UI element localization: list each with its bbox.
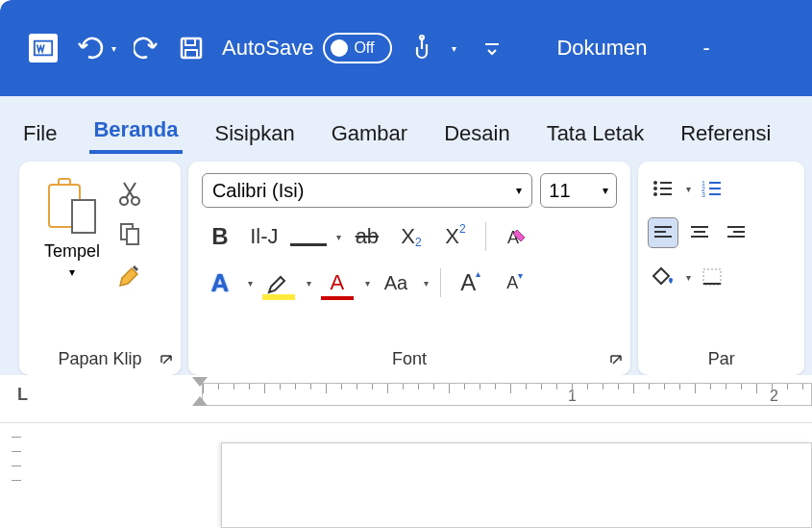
svg-rect-29 (733, 231, 745, 233)
titlebar: ▾ AutoSave Off ▾ Dokumen - (0, 0, 812, 96)
font-launcher[interactable] (609, 354, 623, 367)
change-case-button[interactable]: Aa (378, 265, 414, 300)
svg-rect-28 (727, 226, 745, 228)
align-left-button[interactable] (648, 217, 678, 248)
font-group: Calibri (Isi) ▾ 11 ▾ B Il-J ▾ ab X2 X2 A (188, 162, 630, 375)
divider (440, 268, 441, 297)
ruler-area: L 1 2 (0, 375, 812, 423)
clipboard-group-label: Papan Klip (19, 343, 181, 375)
svg-rect-13 (660, 188, 672, 189)
svg-rect-21 (709, 193, 721, 195)
touch-dropdown[interactable]: ▾ (452, 43, 456, 54)
clipboard-icon (48, 176, 96, 234)
font-size-value: 11 (549, 180, 570, 202)
svg-rect-23 (654, 231, 666, 233)
clipboard-group: Tempel ▾ Papan Klip (19, 162, 181, 375)
bold-button[interactable]: B (202, 219, 238, 254)
document-canvas[interactable] (221, 442, 812, 528)
svg-rect-17 (709, 182, 721, 184)
paragraph-group-label: Par (638, 343, 804, 375)
cut-button[interactable] (115, 179, 144, 208)
chevron-down-icon[interactable]: ▾ (365, 278, 370, 289)
qat-customize-button[interactable] (483, 39, 501, 57)
text-effects-button[interactable]: A (202, 265, 238, 300)
tab-tataletak[interactable]: Tata Letak (543, 113, 649, 154)
highlight-button[interactable] (260, 265, 297, 300)
font-color-button[interactable]: A (319, 265, 356, 300)
undo-button[interactable]: ▾ (75, 36, 116, 61)
font-group-label: Font (188, 343, 630, 375)
chevron-down-icon[interactable]: ▾ (686, 272, 691, 283)
title-dash: - (703, 36, 710, 61)
svg-rect-30 (727, 236, 745, 238)
chevron-down-icon[interactable]: ▾ (336, 232, 341, 242)
divider (485, 222, 486, 251)
svg-rect-22 (654, 226, 672, 228)
redo-button[interactable] (134, 36, 160, 61)
ribbon: Tempel ▾ Papan Klip (0, 154, 812, 375)
autosave-label: AutoSave (222, 36, 313, 61)
numbering-button[interactable]: 123 (697, 173, 727, 204)
font-name-select[interactable]: Calibri (Isi) ▾ (202, 173, 532, 208)
tab-referensi[interactable]: Referensi (677, 113, 775, 154)
clipboard-launcher[interactable] (160, 354, 173, 367)
svg-rect-26 (694, 231, 705, 233)
chevron-down-icon: ▾ (111, 43, 116, 54)
grow-font-button[interactable]: A▴ (453, 265, 489, 300)
save-button[interactable] (178, 35, 205, 62)
subscript-button[interactable]: X2 (393, 219, 430, 254)
svg-rect-8 (127, 229, 138, 244)
autosave-toggle[interactable]: AutoSave Off (222, 33, 392, 63)
svg-rect-31 (703, 269, 721, 285)
borders-button[interactable] (697, 262, 727, 292)
svg-rect-24 (654, 236, 672, 238)
svg-point-14 (653, 192, 657, 196)
ruler-number-2: 2 (770, 388, 778, 405)
paste-label: Tempel (44, 241, 100, 262)
chevron-down-icon: ▾ (69, 265, 75, 279)
paste-button[interactable]: Tempel ▾ (29, 171, 115, 334)
svg-rect-11 (660, 182, 672, 184)
svg-text:3: 3 (701, 191, 705, 197)
chevron-down-icon: ▾ (603, 184, 608, 197)
touch-mode-button[interactable] (409, 34, 434, 63)
word-app-icon (29, 34, 58, 63)
vertical-ruler[interactable] (12, 423, 31, 494)
svg-point-12 (653, 187, 657, 190)
tab-file[interactable]: File (19, 113, 61, 154)
superscript-button[interactable]: X2 (437, 219, 474, 254)
font-size-select[interactable]: 11 ▾ (540, 173, 617, 208)
chevron-down-icon: ▾ (516, 184, 522, 197)
svg-point-10 (653, 181, 657, 185)
align-center-button[interactable] (684, 217, 715, 248)
tab-desain[interactable]: Desain (440, 113, 513, 154)
ruler-corner-icon: L (17, 385, 28, 405)
tab-beranda[interactable]: Beranda (89, 110, 182, 154)
shading-button[interactable] (648, 262, 678, 292)
document-name: Dokumen (556, 36, 647, 61)
chevron-down-icon[interactable]: ▾ (686, 184, 691, 194)
clear-formatting-button[interactable]: A (498, 219, 534, 254)
shrink-font-button[interactable]: A▾ (497, 265, 533, 300)
svg-rect-27 (691, 236, 708, 238)
toggle-dot (331, 39, 348, 57)
chevron-down-icon[interactable]: ▾ (424, 278, 429, 289)
svg-rect-25 (691, 226, 708, 228)
tab-sisipkan[interactable]: Sisipkan (211, 113, 299, 154)
chevron-down-icon[interactable]: ▾ (307, 278, 311, 289)
autosave-state: Off (354, 39, 374, 57)
strikethrough-button[interactable]: ab (349, 219, 385, 254)
bullets-button[interactable] (648, 173, 678, 204)
hanging-indent-marker[interactable] (192, 396, 208, 406)
chevron-down-icon[interactable]: ▾ (248, 278, 253, 289)
font-name-value: Calibri (Isi) (212, 180, 305, 202)
copy-button[interactable] (115, 219, 144, 248)
italic-button[interactable]: Il-J (246, 219, 283, 254)
underline-button[interactable] (290, 227, 327, 246)
align-right-button[interactable] (721, 217, 751, 248)
tab-gambar[interactable]: Gambar (328, 113, 411, 154)
first-line-indent-marker[interactable] (192, 377, 208, 387)
horizontal-ruler[interactable]: 1 2 (202, 383, 812, 406)
ribbon-tabs: File Beranda Sisipkan Gambar Desain Tata… (0, 96, 812, 154)
format-painter-button[interactable] (115, 260, 144, 289)
